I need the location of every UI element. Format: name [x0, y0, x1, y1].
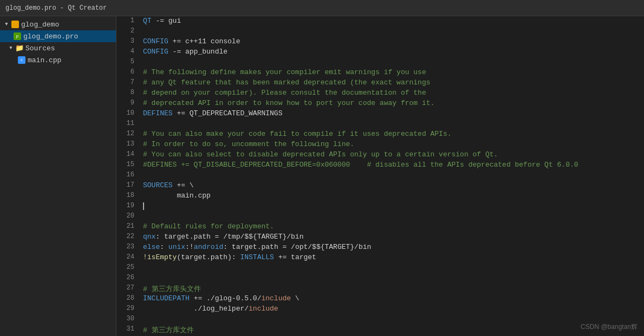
line-number: 13 [116, 140, 141, 150]
line-number: 1 [116, 16, 141, 27]
line-content [141, 201, 644, 212]
table-row: 30 [116, 314, 644, 325]
line-number: 23 [116, 242, 141, 253]
watermark: CSDN @bangtan辉 [581, 322, 638, 332]
table-row: 25 [116, 263, 644, 273]
line-number: 22 [116, 232, 141, 242]
line-content: # You can also make your code fail to co… [141, 129, 644, 140]
project-name-label: glog_demo [21, 21, 59, 29]
table-row: 5 [116, 57, 644, 68]
line-number: 24 [116, 253, 141, 263]
table-row: 21# Default rules for deployment. [116, 222, 644, 232]
line-number: 4 [116, 47, 141, 57]
line-number: 28 [116, 294, 141, 304]
table-row: 4CONFIG -= app_bundle [116, 47, 644, 57]
title-bar: glog_demo.pro - Qt Creator [0, 0, 644, 16]
line-number: 2 [116, 27, 141, 37]
line-number: 17 [116, 181, 141, 191]
table-row: 6# The following define makes your compi… [116, 68, 644, 78]
table-row: 24!isEmpty(target.path): INSTALLS += tar… [116, 253, 644, 263]
line-number: 30 [116, 314, 141, 325]
cpp-file-icon: c [17, 56, 26, 64]
line-content [141, 170, 644, 181]
table-row: 19 [116, 201, 644, 212]
line-number: 29 [116, 304, 141, 314]
line-content: # deprecated API in order to know how to… [141, 98, 644, 109]
table-row: 23else: unix:!android: target.path = /op… [116, 242, 644, 253]
line-number: 18 [116, 191, 141, 201]
line-content [141, 263, 644, 273]
line-content: qnx: target.path = /tmp/$${TARGET}/bin [141, 232, 644, 242]
line-number: 27 [116, 284, 141, 294]
table-row: 18 main.cpp [116, 191, 644, 201]
line-number: 11 [116, 119, 141, 129]
line-content [141, 27, 644, 37]
pro-file-icon: p [13, 32, 22, 41]
code-table: 1QT -= gui23CONFIG += c++11 console4CONF… [116, 16, 644, 336]
project-icon [11, 20, 19, 29]
line-number: 14 [116, 150, 141, 160]
line-number: 20 [116, 212, 141, 222]
line-content [141, 212, 644, 222]
sidebar-item-sources[interactable]: ▼ 📁 Sources [0, 42, 116, 54]
table-row: 31# 第三方库文件 [116, 325, 644, 335]
editor[interactable]: 1QT -= gui23CONFIG += c++11 console4CONF… [116, 16, 644, 336]
table-row: 26 [116, 273, 644, 284]
line-number: 15 [116, 160, 141, 170]
table-row: 13# In order to do so, uncomment the fol… [116, 140, 644, 150]
table-row: 16 [116, 170, 644, 181]
line-content: main.cpp [141, 191, 644, 201]
line-number: 21 [116, 222, 141, 232]
line-content: INCLUDEPATH += ./glog-0.5.0/include \ [141, 294, 644, 304]
line-number: 3 [116, 37, 141, 47]
line-content: # any Qt feature that has been marked de… [141, 78, 644, 88]
pro-file-label: glog_demo.pro [23, 32, 78, 41]
table-row: 17SOURCES += \ [116, 181, 644, 191]
line-content: CONFIG += c++11 console [141, 37, 644, 47]
line-content: !isEmpty(target.path): INSTALLS += targe… [141, 253, 644, 263]
table-row: 12# You can also make your code fail to … [116, 129, 644, 140]
table-row: 28INCLUDEPATH += ./glog-0.5.0/include \ [116, 294, 644, 304]
sidebar-item-project[interactable]: ▼ glog_demo [0, 18, 116, 30]
line-number: 19 [116, 201, 141, 212]
line-content: ./log_helper/include [141, 304, 644, 314]
text-cursor [143, 202, 144, 210]
table-row: 9# deprecated API in order to know how t… [116, 98, 644, 109]
table-row: 27# 第三方库头文件 [116, 284, 644, 294]
table-row: 3CONFIG += c++11 console [116, 37, 644, 47]
line-content [141, 273, 644, 284]
main-cpp-label: main.cpp [28, 56, 61, 64]
line-content [141, 119, 644, 129]
main-area: ▼ glog_demo p glog_demo.pro ▼ 📁 Sources … [0, 16, 644, 336]
folder-icon: 📁 [15, 44, 24, 52]
table-row: 2 [116, 27, 644, 37]
line-content [141, 57, 644, 68]
line-content: # The following define makes your compil… [141, 68, 644, 78]
line-content: # In order to do so, uncomment the follo… [141, 140, 644, 150]
line-number: 10 [116, 109, 141, 119]
line-content [141, 314, 644, 325]
line-number: 12 [116, 129, 141, 140]
line-content: SOURCES += \ [141, 181, 644, 191]
line-content: # 第三方库头文件 [141, 284, 644, 294]
sources-label: Sources [25, 44, 55, 52]
line-content: # 第三方库文件 [141, 325, 644, 335]
table-row: 10DEFINES += QT_DEPRECATED_WARNINGS [116, 109, 644, 119]
table-row: 29 ./log_helper/include [116, 304, 644, 314]
arrow-project: ▼ [2, 20, 11, 29]
sidebar: ▼ glog_demo p glog_demo.pro ▼ 📁 Sources … [0, 16, 116, 336]
line-number: 7 [116, 78, 141, 88]
sidebar-item-main-cpp[interactable]: c main.cpp [0, 54, 116, 66]
table-row: 15#DEFINES += QT_DISABLE_DEPRECATED_BEFO… [116, 160, 644, 170]
line-number: 5 [116, 57, 141, 68]
line-content: # Default rules for deployment. [141, 222, 644, 232]
line-content: #DEFINES += QT_DISABLE_DEPRECATED_BEFORE… [141, 160, 644, 170]
line-number: 9 [116, 98, 141, 109]
sidebar-item-pro-file[interactable]: p glog_demo.pro [0, 30, 116, 42]
line-content: else: unix:!android: target.path = /opt/… [141, 242, 644, 253]
table-row: 11 [116, 119, 644, 129]
line-number: 31 [116, 325, 141, 335]
table-row: 8# depend on your compiler). Please cons… [116, 88, 644, 98]
line-number: 8 [116, 88, 141, 98]
table-row: 14# You can also select to disable depre… [116, 150, 644, 160]
